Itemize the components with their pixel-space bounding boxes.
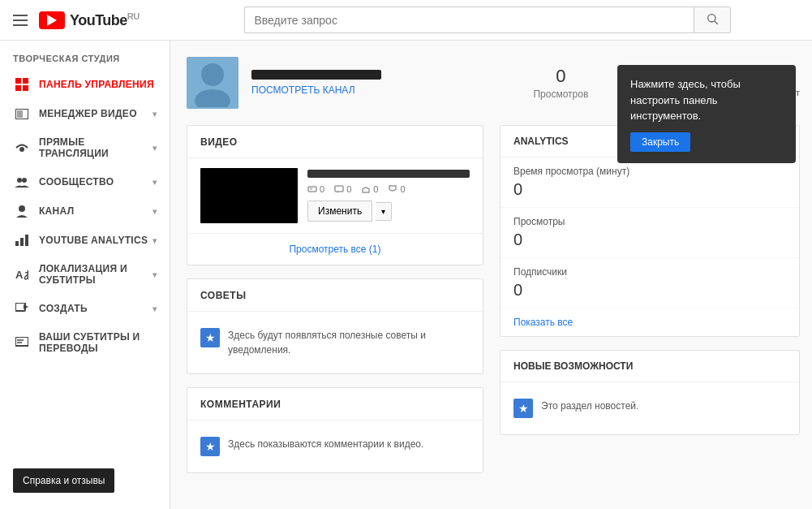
youtube-logo[interactable]: YouTubeRU bbox=[39, 11, 140, 29]
new-feature-icon: ★ bbox=[513, 399, 533, 418]
view-channel-link[interactable]: ПОСМОТРЕТЬ КАНАЛ bbox=[251, 84, 381, 96]
chevron-down-icon: ▾ bbox=[153, 270, 157, 279]
bar-chart-icon bbox=[13, 234, 31, 247]
sidebar-item-label: YOUTUBE ANALYTICS bbox=[39, 235, 148, 246]
chevron-down-icon: ▾ bbox=[153, 304, 157, 313]
svg-rect-13 bbox=[20, 238, 24, 246]
video-section-title: ВИДЕО bbox=[200, 136, 238, 148]
edit-dropdown-button[interactable]: ▾ bbox=[376, 202, 392, 221]
sidebar-footer: Справка и отзывы bbox=[0, 452, 170, 509]
tips-card: СОВЕТЫ ★ Здесь будут появляться полезные… bbox=[187, 278, 483, 374]
view-all-link[interactable]: Просмотреть все (1) bbox=[187, 233, 483, 265]
hamburger-menu[interactable] bbox=[10, 11, 31, 29]
avatar bbox=[187, 57, 238, 109]
show-all-link[interactable]: Показать все bbox=[501, 308, 799, 336]
search-button[interactable] bbox=[694, 6, 731, 33]
sidebar-item-label: ЛОКАЛИЗАЦИЯ И СУБТИТРЫ bbox=[39, 263, 153, 286]
svg-rect-2 bbox=[15, 78, 21, 84]
comments-card-header: КОММЕНТАРИИ bbox=[187, 388, 483, 421]
tip-icon: ★ bbox=[200, 328, 220, 347]
sidebar-item-channel[interactable]: КАНАЛ ▾ bbox=[0, 196, 170, 226]
grid-icon bbox=[13, 78, 31, 91]
svg-point-8 bbox=[19, 147, 24, 152]
analytics-metric-watch-time: Время просмотра (минут) 0 bbox=[501, 157, 799, 208]
svg-text:Aあ: Aあ bbox=[15, 269, 28, 280]
tooltip-close-button[interactable]: Закрыть bbox=[630, 132, 690, 152]
video-stat-likes: 0 bbox=[361, 184, 378, 194]
svg-rect-12 bbox=[15, 241, 19, 246]
edit-button[interactable]: Изменить bbox=[307, 201, 372, 222]
video-stat-views: 0 bbox=[307, 184, 324, 194]
chevron-down-icon: ▾ bbox=[153, 207, 157, 216]
video-card: ВИДЕО 0 bbox=[187, 125, 483, 265]
comments-section-title: КОММЕНТАРИИ bbox=[200, 399, 281, 410]
sidebar-item-label: КАНАЛ bbox=[39, 205, 74, 217]
watch-time-value: 0 bbox=[513, 180, 786, 199]
new-feature-item: ★ Это раздел новостей. bbox=[513, 392, 786, 425]
sidebar-item-label: ВАШИ СУБТИТРЫ И ПЕРЕВОДЫ bbox=[39, 331, 157, 354]
svg-rect-27 bbox=[335, 186, 343, 192]
sidebar: ТВОРЧЕСКАЯ СТУДИЯ ПАНЕЛЬ УПРАВЛЕНИЯ МЕНЕ… bbox=[0, 41, 170, 509]
new-feature-text: Это раздел новостей. bbox=[541, 399, 638, 413]
sidebar-item-label: ПАНЕЛЬ УПРАВЛЕНИЯ bbox=[39, 79, 154, 90]
help-feedback-button[interactable]: Справка и отзывы bbox=[13, 468, 114, 493]
svg-point-9 bbox=[17, 178, 22, 183]
subtitle-icon bbox=[13, 336, 31, 349]
sidebar-section-title: ТВОРЧЕСКАЯ СТУДИЯ bbox=[0, 41, 170, 70]
chevron-down-icon: ▾ bbox=[153, 236, 157, 245]
video-thumbnail bbox=[200, 168, 298, 223]
watch-time-label: Время просмотра (минут) bbox=[513, 166, 786, 177]
video-actions: Изменить ▾ bbox=[307, 201, 470, 222]
svg-marker-28 bbox=[337, 192, 338, 193]
tips-card-body: ★ Здесь будут появляться полезные советы… bbox=[187, 312, 483, 373]
people-icon bbox=[13, 175, 31, 188]
analytics-metric-views: Просмотры 0 bbox=[501, 208, 799, 258]
right-column: ANALYTICS Последн. Время просмотра (мину… bbox=[500, 125, 800, 486]
content-grid: ВИДЕО 0 bbox=[187, 125, 800, 486]
sidebar-item-video-manager[interactable]: МЕНЕДЖЕР ВИДЕО ▾ bbox=[0, 99, 170, 128]
tips-card-header: СОВЕТЫ bbox=[187, 279, 483, 312]
sidebar-item-community[interactable]: СООБЩЕСТВО ▾ bbox=[0, 167, 170, 196]
chevron-down-icon: ▾ bbox=[153, 144, 157, 153]
sidebar-item-label: СООБЩЕСТВО bbox=[39, 176, 114, 188]
svg-rect-4 bbox=[15, 85, 21, 91]
video-stats: 0 0 0 bbox=[307, 184, 470, 194]
tip-item: ★ Здесь будут появляться полезные советы… bbox=[200, 321, 470, 364]
sidebar-item-dashboard[interactable]: ПАНЕЛЬ УПРАВЛЕНИЯ bbox=[0, 70, 170, 99]
new-features-card: НОВЫЕ ВОЗМОЖНОСТИ ★ Это раздел новостей. bbox=[500, 350, 800, 435]
sidebar-item-localization[interactable]: Aあ ЛОКАЛИЗАЦИЯ И СУБТИТРЫ ▾ bbox=[0, 255, 170, 294]
svg-rect-26 bbox=[310, 188, 312, 190]
chevron-down-icon: ▾ bbox=[153, 178, 157, 187]
search-input[interactable] bbox=[244, 6, 694, 33]
tooltip-text: Нажмите здесь, чтобы настроить панель ин… bbox=[630, 78, 741, 122]
svg-rect-7 bbox=[17, 110, 23, 118]
video-meta: 0 0 0 bbox=[307, 170, 470, 222]
sidebar-item-label: СОЗДАТЬ bbox=[39, 303, 88, 314]
video-stat-dislikes: 0 bbox=[388, 184, 405, 194]
svg-rect-5 bbox=[23, 85, 28, 91]
chevron-down-icon: ▾ bbox=[153, 110, 157, 119]
stat-views-label: Просмотров bbox=[533, 88, 588, 100]
tips-section-title: СОВЕТЫ bbox=[200, 290, 246, 301]
sidebar-item-live[interactable]: ПРЯМЫЕ ТРАНСЛЯЦИИ ▾ bbox=[0, 128, 170, 167]
search-bar bbox=[244, 6, 731, 33]
views-label: Просмотры bbox=[513, 216, 786, 227]
comment-text: Здесь показываются комментарии к видео. bbox=[228, 437, 423, 451]
svg-point-11 bbox=[19, 205, 25, 212]
video-card-header: ВИДЕО bbox=[187, 126, 483, 158]
sidebar-item-subtitles[interactable]: ВАШИ СУБТИТРЫ И ПЕРЕВОДЫ bbox=[0, 323, 170, 362]
comment-item: ★ Здесь показываются комментарии к видео… bbox=[200, 430, 470, 463]
comments-card-body: ★ Здесь показываются комментарии к видео… bbox=[187, 421, 483, 472]
subscribers-value: 0 bbox=[513, 281, 786, 300]
youtube-logo-icon bbox=[39, 11, 65, 29]
new-features-body: ★ Это раздел новостей. bbox=[501, 382, 799, 434]
sidebar-item-create[interactable]: СОЗДАТЬ ▾ bbox=[0, 294, 170, 323]
svg-rect-3 bbox=[23, 78, 28, 84]
sidebar-item-analytics[interactable]: YOUTUBE ANALYTICS ▾ bbox=[0, 226, 170, 255]
svg-rect-14 bbox=[25, 235, 28, 246]
video-stat-comments: 0 bbox=[334, 184, 351, 194]
stat-views-value: 0 bbox=[533, 66, 588, 87]
subscribers-label: Подписчики bbox=[513, 266, 786, 278]
comments-card: КОММЕНТАРИИ ★ Здесь показываются коммент… bbox=[187, 387, 483, 473]
new-features-header: НОВЫЕ ВОЗМОЖНОСТИ bbox=[501, 351, 799, 382]
